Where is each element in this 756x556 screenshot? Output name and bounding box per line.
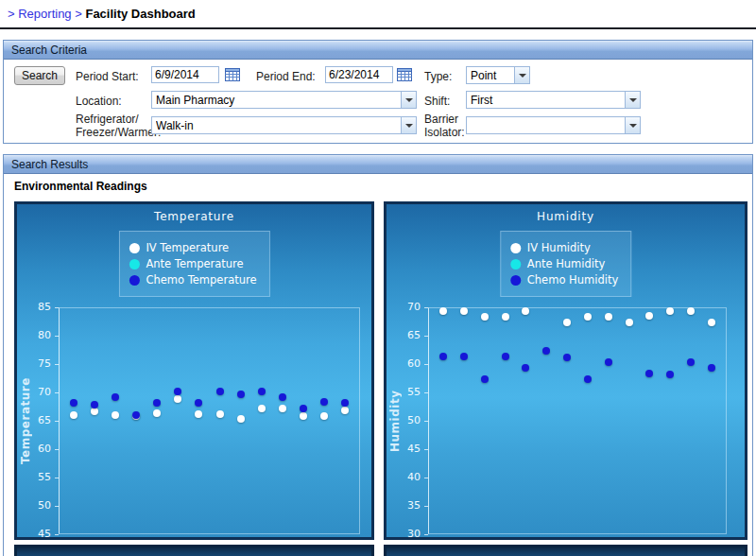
y-tick-mark (424, 534, 428, 535)
period-start-input[interactable] (151, 66, 219, 83)
data-point (216, 388, 224, 395)
data-point (439, 307, 447, 315)
plot-area (428, 307, 727, 534)
plot-area (59, 307, 360, 534)
data-point (70, 411, 77, 419)
y-tick-label: 30 (388, 528, 421, 541)
period-start-label: Period Start: (76, 70, 139, 83)
data-point (502, 313, 509, 321)
data-point (174, 388, 181, 395)
data-point (708, 364, 715, 372)
data-point (522, 307, 529, 315)
y-tick-mark (424, 478, 428, 478)
data-point (195, 399, 202, 407)
legend-label: Chemo Humidity (527, 273, 618, 287)
data-point (216, 410, 224, 418)
y-tick-mark (424, 506, 428, 507)
data-point (439, 353, 447, 360)
shift-label: Shift: (424, 95, 450, 108)
type-select[interactable]: Point (466, 66, 530, 84)
temperature-chart: Temperature IV TemperatureAnte Temperatu… (14, 201, 374, 540)
next-chart-row-cutoff (384, 545, 747, 556)
page-title: Facility Dashboard (85, 7, 195, 21)
legend-swatch (510, 275, 521, 286)
data-point (195, 410, 202, 418)
y-tick-mark (424, 307, 428, 308)
legend-label: IV Humidity (527, 241, 591, 254)
shift-select[interactable]: First (466, 91, 641, 109)
data-point (91, 408, 98, 415)
y-tick-label: 35 (388, 499, 421, 513)
humidity-chart: Humidity IV HumidityAnte HumidityChemo H… (384, 201, 747, 540)
data-point (341, 407, 349, 414)
chevron-down-icon[interactable] (625, 92, 640, 108)
chevron-down-icon[interactable] (401, 117, 416, 133)
y-tick-mark (424, 392, 428, 393)
chart-legend: IV HumidityAnte HumidityChemo Humidity (500, 231, 631, 297)
type-label: Type: (424, 70, 452, 83)
y-tick-mark (55, 364, 59, 365)
chart-title: Humidity (387, 210, 745, 223)
y-tick-label: 85 (19, 301, 51, 314)
period-end-input[interactable] (325, 66, 393, 83)
legend-label: Ante Humidity (527, 257, 606, 270)
legend-label: Ante Temperature (146, 257, 243, 270)
y-tick-mark (55, 534, 59, 535)
y-tick-label: 75 (19, 357, 51, 371)
next-chart-row-cutoff (14, 545, 374, 556)
data-point (584, 375, 592, 383)
period-start-calendar-icon[interactable] (225, 67, 240, 81)
chart-legend: IV TemperatureAnte TemperatureChemo Temp… (118, 231, 269, 297)
chart-title: Temperature (17, 210, 371, 223)
breadcrumb: > Reporting > Facility Dashboard (8, 7, 196, 21)
data-point (666, 307, 674, 315)
search-criteria-header: Search Criteria (4, 41, 752, 60)
search-button[interactable]: Search (14, 66, 65, 85)
chevron-down-icon[interactable] (625, 117, 640, 133)
barrier-isolator-select[interactable] (466, 116, 641, 134)
y-tick-label: 65 (19, 414, 51, 427)
legend-label: Chemo Temperature (146, 273, 256, 287)
data-point (258, 405, 266, 412)
data-point (70, 399, 77, 407)
legend-item: IV Humidity (510, 241, 618, 254)
search-criteria-panel: Search Criteria Search Period Start: Per… (3, 40, 753, 144)
data-point (320, 412, 328, 420)
data-point (279, 393, 286, 401)
data-point (563, 354, 571, 361)
data-point (542, 347, 550, 355)
legend-item: Ante Temperature (129, 257, 256, 270)
location-label: Location: (76, 95, 122, 108)
data-point (341, 399, 349, 407)
period-end-calendar-icon[interactable] (397, 67, 412, 81)
refrigerator-select[interactable]: Walk-in (151, 116, 417, 134)
search-results-header: Search Results (4, 155, 752, 174)
y-tick-label: 45 (388, 443, 421, 456)
shift-select-value: First (471, 94, 623, 107)
y-tick-label: 60 (388, 357, 421, 371)
data-point (687, 307, 695, 315)
y-tick-label: 55 (388, 386, 421, 399)
data-point (153, 399, 161, 407)
data-point (174, 395, 181, 403)
y-tick-label: 70 (19, 386, 51, 399)
y-tick-label: 50 (19, 499, 51, 513)
y-tick-label: 60 (19, 443, 51, 456)
chevron-down-icon[interactable] (514, 67, 529, 83)
data-point (460, 307, 468, 315)
y-tick-label: 55 (19, 471, 51, 484)
y-tick-mark (424, 336, 428, 337)
data-point (666, 371, 674, 378)
y-tick-mark (55, 307, 59, 308)
refrigerator-label: Refrigerator/ Freezer/Warmer: (76, 113, 153, 139)
location-select[interactable]: Main Pharmacy (151, 91, 417, 109)
data-point (91, 401, 98, 408)
data-point (481, 313, 489, 321)
breadcrumb-link-reporting[interactable]: Reporting (18, 7, 71, 21)
period-end-label: Period End: (256, 70, 316, 83)
data-point (279, 405, 286, 412)
data-point (112, 411, 119, 419)
data-point (237, 415, 245, 423)
legend-item: Chemo Temperature (129, 273, 256, 287)
chevron-down-icon[interactable] (401, 92, 416, 108)
